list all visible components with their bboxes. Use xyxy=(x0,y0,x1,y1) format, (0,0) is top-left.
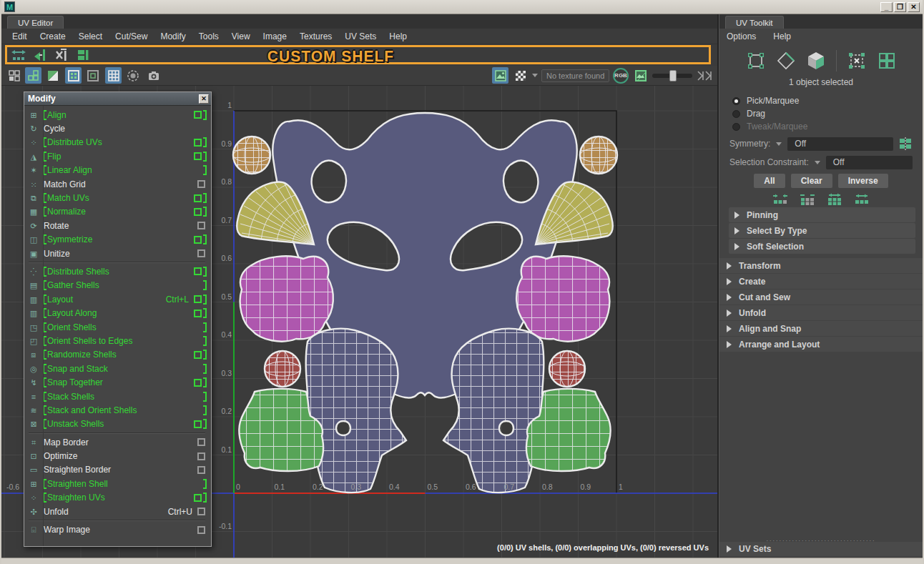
radio-button[interactable] xyxy=(732,123,740,131)
clear-button[interactable]: Clear xyxy=(791,174,832,188)
menu-item-straighten-shell[interactable]: ⊞Straighten Shell xyxy=(24,477,210,490)
menu-textures[interactable]: Textures xyxy=(293,31,338,41)
option-box[interactable] xyxy=(197,180,205,188)
mode-tweak-marquee[interactable]: Tweak/Marquee xyxy=(732,120,923,133)
menu-modify[interactable]: Modify xyxy=(154,31,192,41)
tab-uv-editor[interactable]: UV Editor xyxy=(7,16,64,29)
menu-item-distribute-uvs[interactable]: ⁘Distribute UVs xyxy=(24,136,210,149)
option-box[interactable] xyxy=(194,111,202,119)
vertex-mode-button[interactable] xyxy=(746,51,766,71)
section-uv-sets[interactable]: UV Sets xyxy=(719,542,923,556)
menu-item-layout-along[interactable]: ▥Layout Along xyxy=(24,306,210,320)
uv-shell-ear-left[interactable] xyxy=(233,137,270,174)
menu-help[interactable]: Help xyxy=(383,31,413,41)
option-box[interactable] xyxy=(197,249,205,257)
minimize-button[interactable]: _ xyxy=(880,2,893,12)
menu-tools[interactable]: Tools xyxy=(192,31,225,41)
uv-shell-cheek-left[interactable] xyxy=(240,256,333,341)
close-button[interactable]: ✕ xyxy=(908,2,920,12)
radio-button[interactable] xyxy=(732,97,740,105)
symmetry-value-field[interactable]: Off xyxy=(787,137,893,151)
menu-uv-sets[interactable]: UV Sets xyxy=(338,31,383,41)
option-box[interactable] xyxy=(197,508,205,515)
option-box[interactable] xyxy=(194,420,202,428)
shrink-loop-icon[interactable] xyxy=(799,193,816,205)
split-view-button[interactable] xyxy=(44,67,61,84)
menu-item-flip[interactable]: ◮Flip xyxy=(24,149,210,163)
menu-item-unitize[interactable]: ▣Unitize xyxy=(24,247,210,260)
option-box[interactable] xyxy=(197,526,205,534)
uv-shell-ear-right[interactable] xyxy=(580,137,617,174)
uv-shell-leg-right[interactable] xyxy=(443,329,544,493)
menu-item-map-border[interactable]: ⌗Map Border xyxy=(24,435,210,449)
inverse-button[interactable]: Inverse xyxy=(838,174,888,188)
uv-shell-cheek-right[interactable] xyxy=(516,256,609,341)
menu-image[interactable]: Image xyxy=(257,31,293,41)
menu-item-randomize-shells[interactable]: ⧈Randomize Shells xyxy=(24,348,210,362)
option-box[interactable] xyxy=(197,222,205,229)
tile-view-button[interactable] xyxy=(25,67,41,84)
pixel-snap-button[interactable] xyxy=(124,67,141,84)
menu-item-gather-shells[interactable]: ▤Gather Shells xyxy=(24,279,210,292)
menu-item-stack-shells[interactable]: ≡Stack Shells xyxy=(24,390,210,403)
option-box[interactable] xyxy=(194,267,202,275)
option-box[interactable] xyxy=(194,379,202,387)
section-align-and-snap[interactable]: Align and Snap xyxy=(719,321,923,336)
section-unfold[interactable]: Unfold xyxy=(719,305,923,320)
option-box[interactable] xyxy=(194,139,202,147)
menu-item-linear-align[interactable]: ✶Linear Align xyxy=(24,164,210,177)
tab-uv-toolkit[interactable]: UV Toolkit xyxy=(725,16,784,29)
menu-item-orient-shells[interactable]: ◳Orient Shells xyxy=(24,320,210,334)
texture-name-field[interactable]: No texture found xyxy=(541,69,609,82)
uv-snapshot-button[interactable] xyxy=(145,67,162,84)
option-box[interactable] xyxy=(194,208,202,216)
menu-item-cycle[interactable]: ↻Cycle xyxy=(24,122,210,135)
option-box[interactable] xyxy=(194,295,202,303)
menu-item-match-uvs[interactable]: ⧉Match UVs xyxy=(24,191,210,204)
menu-item-normalize[interactable]: ▦Normalize xyxy=(24,205,210,219)
menu-item-snap-and-stack[interactable]: ◎Snap and Stack xyxy=(24,362,210,375)
menu-create[interactable]: Create xyxy=(34,31,72,41)
option-box[interactable] xyxy=(197,466,205,474)
selection-constraint-caret[interactable] xyxy=(815,161,820,164)
menu-item-unfold[interactable]: ✣UnfoldCtrl+U xyxy=(24,505,210,518)
option-box[interactable] xyxy=(197,452,205,460)
menu-edit[interactable]: Edit xyxy=(6,31,34,41)
edge-mode-button[interactable] xyxy=(776,51,796,71)
option-box[interactable] xyxy=(194,236,202,244)
symmetry-caret[interactable] xyxy=(776,142,782,146)
menu-item-straighten-uvs[interactable]: ⁘Straighten UVs xyxy=(24,491,210,505)
radio-button[interactable] xyxy=(732,110,740,118)
image-dim-slider[interactable] xyxy=(652,74,692,78)
menu-item-distribute-shells[interactable]: ⁛Distribute Shells xyxy=(24,264,210,278)
image-ratio-button[interactable] xyxy=(632,67,649,84)
modify-panel-close-button[interactable]: ✕ xyxy=(199,94,209,104)
menu-item-unstack-shells[interactable]: ⊠Unstack Shells xyxy=(24,417,210,431)
section-arrange-and-layout[interactable]: Arrange and Layout xyxy=(719,337,923,352)
menu-item-symmetrize[interactable]: ◫Symmetrize xyxy=(24,233,210,247)
modify-panel-titlebar[interactable]: Modify ✕ xyxy=(24,92,211,106)
menu-select[interactable]: Select xyxy=(72,31,109,41)
menu-item-rotate[interactable]: ⟳Rotate xyxy=(24,219,210,232)
menu-item-match-grid[interactable]: ⁙Match Grid xyxy=(24,177,210,191)
panel-drag-handle[interactable]: .................................. xyxy=(719,536,923,542)
uv-shell-leg-left[interactable] xyxy=(306,329,406,493)
slider-handle[interactable] xyxy=(669,70,677,81)
mode-pick-marquee[interactable]: Pick/Marquee xyxy=(732,94,923,107)
all-button[interactable]: All xyxy=(754,174,785,188)
option-box[interactable] xyxy=(194,494,202,502)
option-box[interactable] xyxy=(194,310,202,317)
uv-mode-button[interactable] xyxy=(847,51,867,71)
mode-drag[interactable]: Drag xyxy=(732,107,923,120)
grow-selection-icon[interactable] xyxy=(853,193,870,205)
menu-item-optimize[interactable]: ⊡Optimize xyxy=(24,449,210,462)
uv-shell-nose-right[interactable] xyxy=(549,351,585,387)
menu-item-warp-image[interactable]: ⌻Warp Image xyxy=(24,523,210,536)
menu-item-orient-shells-to-edges[interactable]: ◰Orient Shells to Edges xyxy=(24,334,210,347)
face-mode-button[interactable] xyxy=(806,51,826,71)
toolkit-menu-help[interactable]: Help xyxy=(773,31,791,41)
texture-borders-on-button[interactable] xyxy=(65,67,82,84)
display-image-button[interactable] xyxy=(492,67,508,84)
maximize-button[interactable]: ❐ xyxy=(894,2,906,12)
menu-item-align[interactable]: ⊞Align xyxy=(24,108,210,122)
